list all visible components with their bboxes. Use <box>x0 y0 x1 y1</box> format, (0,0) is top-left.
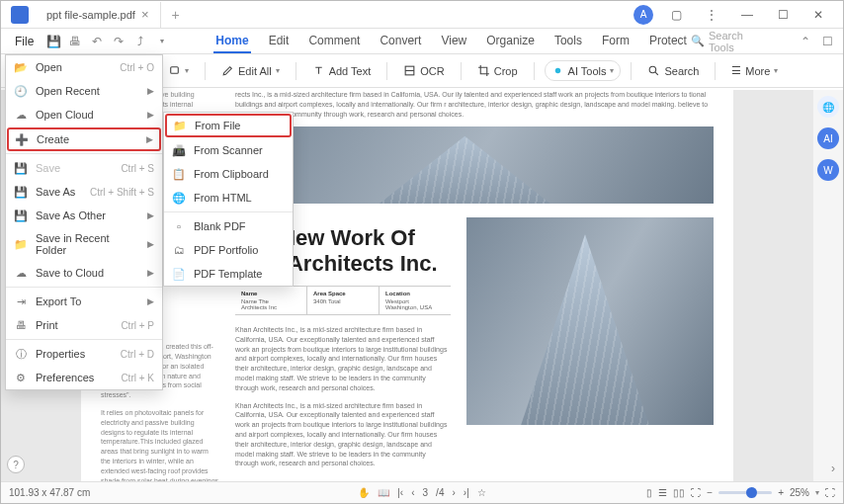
portfolio-icon: 🗂 <box>172 243 186 257</box>
file-dropdown-menu: 📂OpenCtrl + O🕘Open Recent▶☁Open Cloud▶➕C… <box>5 54 163 390</box>
prev-page-icon[interactable]: ‹ <box>411 487 414 498</box>
recent-icon: 🕘 <box>14 84 28 98</box>
file-menu-save[interactable]: 💾SaveCtrl + S <box>6 156 162 180</box>
file-menu-print[interactable]: 🖶PrintCtrl + P <box>6 313 162 337</box>
tab-close-icon[interactable]: × <box>141 7 149 22</box>
create-submenu-from-scanner[interactable]: 📠From Scanner <box>164 138 293 162</box>
rail-translate-icon[interactable]: 🌐 <box>817 96 839 118</box>
save-icon[interactable]: 💾 <box>43 31 63 52</box>
svg-point-4 <box>650 66 657 73</box>
share-icon[interactable]: ⤴ <box>130 31 150 52</box>
rail-word-icon[interactable]: W <box>817 159 839 181</box>
prefs-icon: ⚙ <box>14 371 28 384</box>
rail-ai-icon[interactable]: AI <box>817 127 839 149</box>
tab-protect[interactable]: Protect <box>647 30 689 53</box>
file-menu-create[interactable]: ➕Create▶ <box>7 127 161 151</box>
view-single-icon[interactable]: ▯ <box>646 487 652 498</box>
fullscreen-icon[interactable]: ⛶ <box>825 487 835 498</box>
svg-point-3 <box>554 68 559 73</box>
read-mode-icon[interactable]: 📖 <box>378 487 389 498</box>
user-avatar[interactable]: A <box>633 5 653 25</box>
tab-form[interactable]: Form <box>600 30 632 53</box>
page-dimensions: 101.93 x 47.87 cm <box>9 487 90 498</box>
bookmark-icon[interactable]: ☆ <box>477 487 486 498</box>
more-button[interactable]: ☰ More▾ <box>725 61 784 80</box>
zoom-dropdown-icon[interactable]: ▾ <box>815 488 819 497</box>
file-menu-properties[interactable]: ⓘPropertiesCtrl + D <box>6 342 162 366</box>
file-menu-open-recent[interactable]: 🕘Open Recent▶ <box>6 79 162 103</box>
file-menu-save-as[interactable]: 💾Save AsCtrl + Shift + S <box>6 180 162 204</box>
tab-organize[interactable]: Organize <box>484 30 537 53</box>
last-page-icon[interactable]: ›| <box>464 487 469 498</box>
statusbar: 101.93 x 47.87 cm ✋ 📖 |‹ ‹ 3 /4 › ›| ☆ ▯… <box>1 481 843 503</box>
search-icon: 🔍 <box>691 35 705 47</box>
zoom-slider[interactable] <box>718 491 772 494</box>
new-tab-button[interactable]: + <box>161 7 189 23</box>
print-icon: 🖶 <box>14 318 28 332</box>
tab-convert[interactable]: Convert <box>378 30 423 53</box>
maximize-button[interactable]: ☐ <box>770 5 796 25</box>
export-icon: ⇥ <box>14 294 28 308</box>
search-placeholder: Search Tools <box>709 30 764 53</box>
create-submenu-blank-pdf[interactable]: ▫Blank PDF <box>164 214 293 238</box>
kebab-icon[interactable]: ⋮ <box>699 5 724 25</box>
doc-para-2: Khan Architects Inc., is a mid-sized arc… <box>235 401 451 469</box>
document-tab[interactable]: ppt file-sample.pdf × <box>35 2 161 28</box>
svg-rect-1 <box>171 67 179 74</box>
zoom-out-icon[interactable]: − <box>707 487 713 498</box>
fit-icon[interactable]: ⛶ <box>691 487 701 498</box>
tab-home[interactable]: Home <box>213 30 250 53</box>
ocr-button[interactable]: OCR <box>397 61 450 80</box>
folder-icon: 📁 <box>173 119 187 132</box>
close-window-button[interactable]: ✕ <box>805 5 831 25</box>
expand-icon[interactable]: ☐ <box>817 31 837 52</box>
print-icon[interactable]: 🖶 <box>65 31 85 52</box>
collapse-ribbon-icon[interactable]: ⌃ <box>796 31 815 52</box>
tab-view[interactable]: View <box>439 30 468 53</box>
save-icon: 💾 <box>14 161 28 175</box>
create-submenu-from-html[interactable]: 🌐From HTML <box>164 186 293 210</box>
create-submenu-from-file[interactable]: 📁From File <box>165 114 292 137</box>
undo-icon[interactable]: ↶ <box>87 31 107 52</box>
tab-tools[interactable]: Tools <box>552 30 584 53</box>
right-rail: 🌐 AI W <box>813 90 843 481</box>
search-tools[interactable]: 🔍 Search Tools <box>691 30 794 53</box>
open-icon: 📂 <box>14 60 28 74</box>
next-page-icon[interactable]: › <box>452 487 455 498</box>
page-number[interactable]: 3 <box>423 487 429 498</box>
hand-mode-icon[interactable]: ✋ <box>358 487 370 498</box>
edit-all-button[interactable]: Edit All▾ <box>215 61 286 80</box>
crop-button[interactable]: Crop <box>471 61 524 80</box>
zoom-in-icon[interactable]: + <box>778 487 784 498</box>
scroll-right-icon[interactable]: › <box>831 462 835 475</box>
tab-comment[interactable]: Comment <box>306 30 362 53</box>
file-menu-open-cloud[interactable]: ☁Open Cloud▶ <box>6 103 162 126</box>
file-menu-button[interactable]: File <box>7 32 42 51</box>
file-menu-save-in-recent-folder[interactable]: 📁Save in Recent Folder▶ <box>6 227 162 261</box>
create-submenu-from-clipboard[interactable]: 📋From Clipboard <box>164 162 293 186</box>
first-page-icon[interactable]: |‹ <box>397 487 403 498</box>
file-menu-export-to[interactable]: ⇥Export To▶ <box>6 290 162 313</box>
tab-edit[interactable]: Edit <box>267 30 292 53</box>
chevron-down-icon[interactable]: ▾ <box>152 31 172 52</box>
view-continuous-icon[interactable]: ☰ <box>658 487 667 498</box>
help-button[interactable]: ? <box>7 456 25 473</box>
doc-info-table: NameName TheArchitects Inc Area Space340… <box>235 286 451 315</box>
doc-para-1: Khan Architects Inc., is a mid-sized arc… <box>235 325 451 393</box>
file-menu-save-as-other[interactable]: 💾Save As Other▶ <box>6 204 162 227</box>
redo-icon[interactable]: ↷ <box>109 31 128 52</box>
file-menu-preferences[interactable]: ⚙PreferencesCtrl + K <box>6 366 162 389</box>
file-menu-open[interactable]: 📂OpenCtrl + O <box>6 55 162 79</box>
create-submenu-pdf-portfolio[interactable]: 🗂PDF Portfolio <box>164 238 293 262</box>
search-button[interactable]: Search <box>641 61 705 80</box>
create-submenu-pdf-template[interactable]: 📄PDF Template <box>164 262 293 286</box>
window-icon[interactable]: ▢ <box>663 5 689 25</box>
minimize-button[interactable]: — <box>734 5 760 25</box>
ai-tools-button[interactable]: AI Tools▾ <box>545 60 622 81</box>
file-menu-save-to-cloud[interactable]: ☁Save to Cloud▶ <box>6 261 162 285</box>
view-facing-icon[interactable]: ▯▯ <box>673 487 685 498</box>
doc-hero-para: rects Inc., is a mid-sized architecture … <box>235 90 714 119</box>
zoom-value[interactable]: 25% <box>790 487 809 498</box>
add-text-button[interactable]: Add Text <box>306 61 378 80</box>
note-tool[interactable]: ▾ <box>162 61 195 80</box>
